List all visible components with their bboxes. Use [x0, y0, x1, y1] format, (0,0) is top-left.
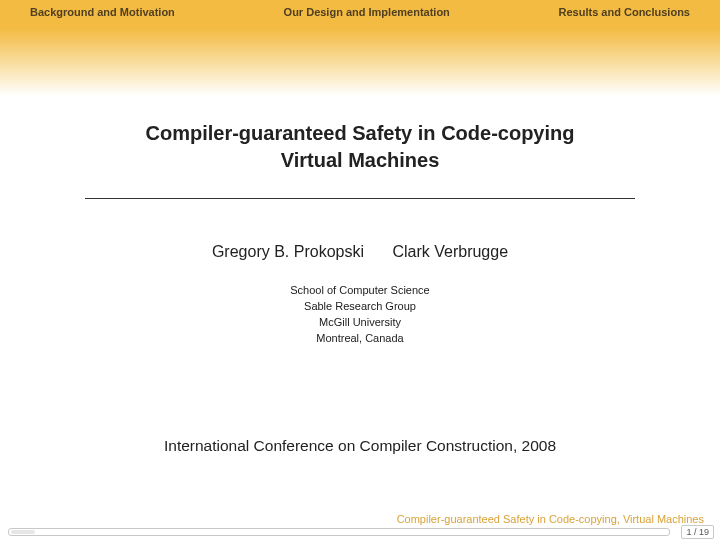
progress-bar[interactable]	[8, 528, 670, 536]
authors: Gregory B. Prokopski Clark Verbrugge	[40, 243, 680, 261]
nav-item-design[interactable]: Our Design and Implementation	[284, 6, 450, 18]
affil-line-1: School of Computer Science	[40, 283, 680, 299]
footer-short-title: Compiler-guaranteed Safety in Code-copyi…	[397, 513, 704, 525]
section-nav: Background and Motivation Our Design and…	[30, 6, 690, 24]
slide: Background and Motivation Our Design and…	[0, 0, 720, 541]
title-line-1: Compiler-guaranteed Safety in Code-copyi…	[40, 120, 680, 147]
affiliation: School of Computer Science Sable Researc…	[40, 283, 680, 347]
venue: International Conference on Compiler Con…	[40, 437, 680, 455]
author-1: Gregory B. Prokopski	[212, 243, 364, 260]
divider	[85, 198, 635, 199]
affil-line-4: Montreal, Canada	[40, 331, 680, 347]
title-block: Compiler-guaranteed Safety in Code-copyi…	[40, 120, 680, 174]
header-band: Background and Motivation Our Design and…	[0, 0, 720, 96]
title-line-2: Virtual Machines	[40, 147, 680, 174]
page-counter: 1 / 19	[681, 525, 714, 539]
affil-line-2: Sable Research Group	[40, 299, 680, 315]
footer: Compiler-guaranteed Safety in Code-copyi…	[0, 503, 720, 541]
nav-item-results[interactable]: Results and Conclusions	[559, 6, 690, 18]
slide-body: Compiler-guaranteed Safety in Code-copyi…	[0, 96, 720, 541]
affil-line-3: McGill University	[40, 315, 680, 331]
nav-item-background[interactable]: Background and Motivation	[30, 6, 175, 18]
author-2: Clark Verbrugge	[392, 243, 508, 260]
progress-fill	[11, 530, 35, 534]
